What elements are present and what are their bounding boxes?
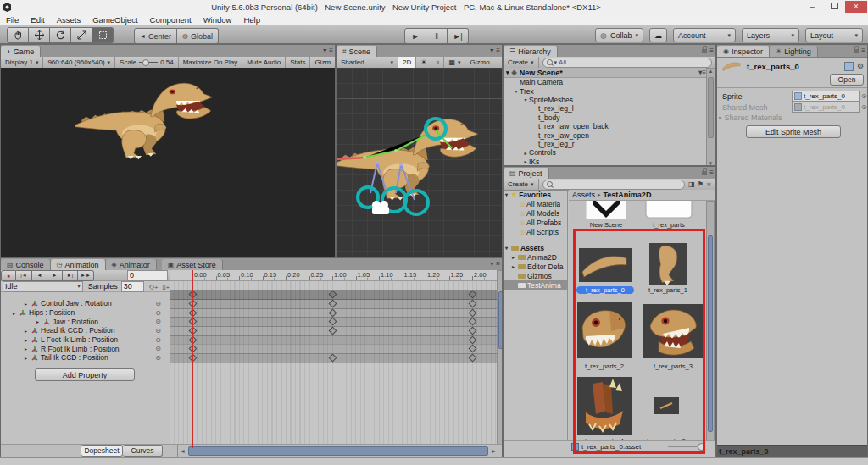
asset-item[interactable] <box>577 377 632 436</box>
foldout-arrow-icon[interactable]: ▸ <box>36 318 43 324</box>
ik-handle-tail[interactable] <box>404 191 428 214</box>
animation-hscrollbar[interactable] <box>188 446 488 456</box>
menu-item-help[interactable]: Help <box>237 14 266 25</box>
rotate-tool-button[interactable] <box>50 27 71 43</box>
toggle-2d-button[interactable]: 2D <box>398 57 416 68</box>
panel-dropdown-icon[interactable]: ▾ <box>323 47 326 54</box>
edit-sprite-mesh-button[interactable]: Edit Sprite Mesh <box>746 125 841 138</box>
foldout-arrow-icon[interactable]: ▸ <box>512 254 518 260</box>
curve-toggle-icon[interactable]: ⊝ <box>155 327 161 335</box>
record-button[interactable]: ● <box>1 270 16 281</box>
foldout-arrow-icon[interactable]: ▸ <box>522 150 529 156</box>
keyframe-diamond[interactable] <box>469 299 477 307</box>
scene-gizmos-dropdown[interactable]: Gizmo <box>465 57 493 68</box>
asset-item[interactable] <box>645 201 693 221</box>
tab-animator[interactable]: ◈Animator <box>106 259 157 270</box>
asset-thumbnail[interactable] <box>579 248 632 282</box>
lock-icon[interactable] <box>854 49 859 53</box>
scale-slider[interactable]: Scale0.54 <box>115 57 179 68</box>
tab-project[interactable]: ▤Project <box>504 168 549 179</box>
panel-dropdown-icon[interactable]: ▾ <box>490 47 493 54</box>
preview-drag-handle[interactable] <box>774 451 862 451</box>
tab-inspector[interactable]: ◉Inspector <box>717 46 770 57</box>
foldout-arrow-icon[interactable]: ▾ <box>513 88 520 94</box>
minimize-button[interactable]: – <box>801 1 823 13</box>
foldout-arrow-icon[interactable]: ▸ <box>25 355 31 361</box>
playhead-line[interactable] <box>192 270 193 448</box>
keyframe-diamond[interactable] <box>329 318 337 326</box>
panel-menu-icon[interactable]: ≡ <box>329 47 333 54</box>
keyframe-diamond[interactable] <box>329 354 337 363</box>
keyframe-diamond[interactable] <box>469 291 477 299</box>
menu-item-assets[interactable]: Assets <box>51 14 87 25</box>
foldout-arrow-icon[interactable]: ▸ <box>522 158 529 164</box>
asset-thumbnail[interactable] <box>649 243 687 285</box>
project-folder[interactable]: TestAnima <box>504 280 567 290</box>
breadcrumb-root[interactable]: Assets <box>572 191 595 199</box>
project-folder[interactable]: ▸Anima2D <box>504 252 567 262</box>
dopesheet-area[interactable] <box>170 281 497 444</box>
foldout-arrow-icon[interactable]: ▸ <box>25 301 31 307</box>
menu-item-file[interactable]: File <box>0 14 25 25</box>
favorites-header[interactable]: ▾★Favorites <box>504 190 567 199</box>
curve-toggle-icon[interactable]: ⊝ <box>155 300 161 307</box>
foldout-arrow-icon[interactable]: ▾ <box>506 69 509 76</box>
project-create-dropdown[interactable]: Create▾ <box>504 179 539 190</box>
asset-item[interactable] <box>586 201 626 221</box>
current-frame-field[interactable]: 0 <box>127 270 168 281</box>
project-search-input[interactable] <box>542 180 686 190</box>
scale-slider-track[interactable] <box>139 62 158 63</box>
asset-item-label[interactable]: t_rex_parts_1 <box>639 286 697 294</box>
favorites-filter-icon[interactable]: ★ <box>706 180 712 188</box>
samples-field[interactable]: 30 <box>121 281 144 292</box>
asset-item[interactable] <box>649 243 687 287</box>
stats-button[interactable]: Stats <box>286 57 310 68</box>
favorites-item[interactable]: ◎All Prefabs <box>504 218 567 227</box>
animation-property-row[interactable]: ▸Tail Ik CCD : Position⊝ <box>1 353 170 363</box>
label-filter-icon[interactable]: ⚑ <box>698 180 704 188</box>
scene-viewport[interactable] <box>337 68 502 257</box>
close-button[interactable]: × <box>845 1 867 13</box>
tab-asset-store[interactable]: ▣Asset Store <box>162 259 223 270</box>
add-property-button[interactable]: Add Property <box>35 368 135 381</box>
panel-menu-icon[interactable]: ≡ <box>861 47 865 54</box>
foldout-arrow-icon[interactable]: ▾ <box>522 97 529 102</box>
scale-slider-knob[interactable] <box>142 59 149 66</box>
hierarchy-row[interactable]: ▾Trex <box>504 86 709 95</box>
object-field[interactable]: t_rex_parts_0 <box>792 91 860 102</box>
hierarchy-search-input[interactable]: ▾All <box>542 58 712 68</box>
animation-property-row[interactable]: ▸Hips : Position⊝ <box>1 308 170 318</box>
hierarchy-create-dropdown[interactable]: Create▾ <box>504 57 539 68</box>
thumbnail-size-slider[interactable] <box>668 446 704 447</box>
asset-item-label[interactable]: t_rex_parts <box>640 221 698 229</box>
shading-dropdown[interactable]: Shaded▾ <box>337 57 398 68</box>
asset-item-label[interactable]: t_rex_parts_0 <box>576 286 634 294</box>
tab-game[interactable]: ◗Game <box>1 46 41 57</box>
pause-button[interactable]: ‖ <box>426 28 448 44</box>
play-button[interactable]: ► <box>404 28 426 44</box>
animation-property-row[interactable]: ▸R Foot Ik Limb : Position⊝ <box>1 344 170 353</box>
tab-animation[interactable]: ◷Animation <box>51 259 106 270</box>
asset-thumbnail[interactable] <box>643 304 703 358</box>
menu-item-gameobject[interactable]: GameObject <box>86 14 143 25</box>
tab-hierarchy[interactable]: ☰Hierarchy <box>504 46 558 57</box>
game-gizmos-dropdown[interactable]: Gizm <box>310 57 335 68</box>
prev-key-button[interactable]: ◄ <box>32 270 47 281</box>
rect-tool-button[interactable] <box>92 27 114 43</box>
panel-menu-icon[interactable]: ≡ <box>709 169 714 176</box>
panel-menu-icon[interactable]: ≡ <box>496 47 500 54</box>
project-scrollbar[interactable] <box>706 201 715 442</box>
dopesheet-tab-button[interactable]: Dopesheet <box>81 445 123 457</box>
tab-scene[interactable]: #Scene <box>337 46 377 57</box>
tab-lighting[interactable]: ☀Lighting <box>770 46 818 57</box>
game-viewport[interactable] <box>1 68 335 257</box>
asset-item-label[interactable]: t_rex_parts_2 <box>576 363 633 370</box>
asset-item[interactable] <box>654 397 679 416</box>
hierarchy-row[interactable]: t_body <box>504 113 709 122</box>
asset-item[interactable] <box>643 304 703 360</box>
gear-icon[interactable]: ⚙ <box>857 62 864 70</box>
scene-header-row[interactable]: ▾ ◈ New Scene* ▾≡ <box>504 68 709 78</box>
curve-toggle-icon[interactable]: ⊝ <box>155 336 161 344</box>
asset-item[interactable] <box>577 302 632 360</box>
animation-property-row[interactable]: ▸Jaw : Rotation⊝ <box>1 317 170 326</box>
